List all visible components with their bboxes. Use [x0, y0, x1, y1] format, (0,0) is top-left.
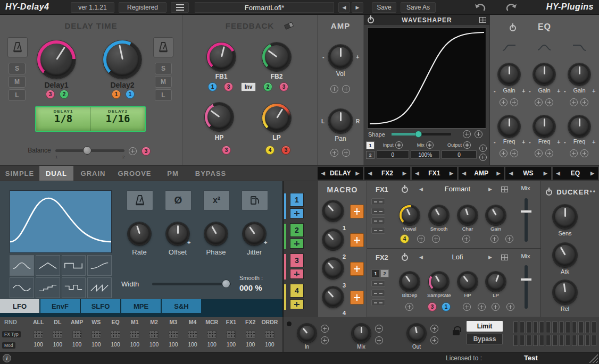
out-add-mod-button[interactable] [430, 325, 438, 333]
delay1-size-m-button[interactable]: M [9, 76, 26, 88]
tab-grain[interactable]: GRAIN [73, 166, 113, 181]
fx2-page-2-button[interactable]: 2 [380, 269, 389, 277]
pan-add-mod-button[interactable] [342, 149, 350, 157]
chain-slot-delay[interactable]: ◀DELAY▶ [318, 167, 363, 180]
fx2-page-1-button[interactable]: 1 [371, 269, 380, 277]
shape-add-mod-button[interactable] [475, 130, 482, 138]
delay1-mod-source-badge[interactable]: 3 [46, 90, 55, 99]
ws-input-add-mod-button[interactable] [395, 141, 403, 149]
vol-add-mod-button[interactable] [330, 85, 338, 93]
macro-2-add-button[interactable] [290, 239, 304, 249]
rnd-amount[interactable]: 100 [29, 341, 48, 350]
pan-knob[interactable] [328, 109, 353, 133]
dice-button[interactable] [241, 327, 260, 341]
rnd-amount[interactable]: 100 [48, 341, 67, 350]
redo-button[interactable] [504, 3, 519, 12]
volume-knob[interactable] [328, 45, 353, 69]
dice-button[interactable] [125, 327, 144, 341]
mod-slot-empty[interactable] [371, 299, 385, 306]
minus-icon[interactable]: - [494, 139, 496, 145]
eq-band2-gain-knob[interactable] [533, 63, 555, 86]
eq-add-mod-button[interactable] [570, 98, 578, 106]
fb2-mod-source-badge[interactable]: 3 [279, 82, 288, 91]
power-icon[interactable] [367, 16, 375, 24]
power-icon[interactable] [401, 254, 409, 261]
in-add-mod-button[interactable] [321, 325, 329, 333]
chevron-right-icon[interactable]: ▶ [488, 255, 492, 260]
tab-pm[interactable]: PM [156, 166, 189, 181]
ws-mix-add-mod-button[interactable] [426, 141, 434, 149]
lfo-shape-ramp[interactable] [87, 255, 112, 276]
fb1-mod-source-badge[interactable]: 1 [208, 82, 217, 91]
fx-add-mod-button[interactable] [506, 303, 514, 311]
delay2-knob[interactable] [103, 40, 142, 79]
lfo-shape-saw[interactable] [87, 277, 112, 298]
mix-knob[interactable] [352, 324, 371, 343]
lp-mod-source-badge[interactable]: 3 [281, 146, 290, 155]
preset-next-button[interactable]: ▶ [352, 2, 363, 13]
balance-mod-source-badge[interactable]: 3 [142, 147, 151, 156]
plus-icon[interactable]: + [522, 139, 525, 145]
mod-slot-empty[interactable] [371, 280, 385, 287]
rnd-amount[interactable]: 100 [125, 341, 144, 350]
rnd-amount[interactable]: 100 [221, 341, 240, 350]
rnd-amount[interactable]: 100 [106, 341, 125, 350]
ducker-atk-knob[interactable] [553, 243, 577, 267]
macro-3-add-button[interactable] [290, 269, 304, 279]
fx2-mod-source-badge[interactable]: 3 [428, 302, 437, 311]
dice-button[interactable] [260, 327, 279, 341]
fx-add-mod-button[interactable] [417, 235, 425, 243]
dice-button[interactable] [48, 327, 67, 341]
delay2-mod-source-badge[interactable]: 1 [112, 90, 121, 99]
waveshaper-curve-display[interactable] [367, 28, 486, 129]
delay1-size-l-button[interactable]: L [9, 89, 26, 101]
fx2-lp-knob[interactable] [486, 272, 506, 292]
plus-icon[interactable]: + [356, 54, 359, 60]
feedback-lp-knob[interactable] [262, 104, 291, 132]
ws-add-mod-button[interactable] [479, 145, 487, 152]
lfo-offset-knob[interactable] [166, 222, 189, 246]
dice-button[interactable] [87, 327, 106, 341]
minus-icon[interactable]: - [529, 88, 531, 94]
fx-add-mod-button[interactable] [505, 235, 513, 243]
fb2-knob[interactable] [262, 43, 291, 71]
mod-slot-empty[interactable] [371, 227, 385, 234]
plus-icon[interactable]: + [592, 139, 595, 145]
chevron-left-icon[interactable]: ◀ [368, 171, 372, 176]
balance-slider-handle[interactable] [83, 146, 91, 155]
macro-4-add-button[interactable] [290, 299, 304, 309]
power-icon[interactable] [401, 186, 409, 193]
tab-envf[interactable]: EnvF [40, 299, 80, 313]
lfo-sync-button[interactable] [127, 190, 153, 210]
plus-icon[interactable]: + [592, 88, 595, 94]
in-add-mod-button[interactable] [321, 336, 329, 344]
fx-add-mod-button[interactable] [432, 235, 440, 243]
save-button[interactable]: Save [372, 2, 396, 13]
delay1-size-s-button[interactable]: S [9, 63, 26, 74]
chevron-left-icon[interactable]: ◀ [509, 171, 513, 176]
tab-simple[interactable]: SIMPLE [0, 166, 39, 181]
save-as-button[interactable]: Save As [401, 2, 436, 13]
hp-mod-source-badge[interactable]: 3 [222, 146, 231, 155]
dice-button[interactable] [202, 327, 221, 341]
minus-icon[interactable]: - [564, 88, 566, 94]
lfo-shape-sine[interactable] [10, 277, 34, 298]
macro-4-knob[interactable] [322, 286, 344, 308]
rnd-amount[interactable]: 100 [87, 341, 106, 350]
fx2-hp-knob[interactable] [457, 272, 478, 292]
lfo-shape-triangle[interactable] [36, 255, 60, 276]
delay2-size-m-button[interactable]: M [155, 76, 172, 88]
minus-icon[interactable]: - [564, 139, 566, 145]
macro-3-assign-button[interactable] [350, 262, 364, 276]
rnd-amount[interactable]: 100 [67, 341, 86, 350]
minus-icon[interactable]: - [322, 54, 325, 60]
add-mod-button[interactable]: + [264, 240, 267, 246]
eq-add-mod-button[interactable] [570, 149, 578, 157]
fb2-mod-source-badge[interactable]: 2 [263, 82, 272, 91]
lfo-wave-display[interactable] [10, 190, 112, 253]
fx-add-mod-button[interactable] [478, 303, 486, 311]
macro-1-add-button[interactable] [290, 208, 304, 218]
mix-add-mod-button[interactable] [375, 336, 383, 344]
fx1-gain-knob[interactable] [486, 205, 506, 225]
chevron-right-icon[interactable]: ▶ [403, 171, 406, 176]
